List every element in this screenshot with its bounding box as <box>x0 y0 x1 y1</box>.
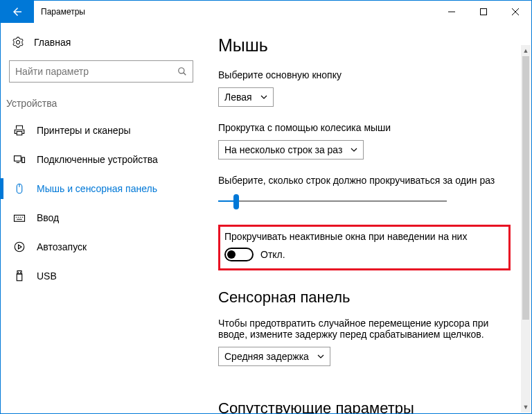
scroll-down-arrow[interactable]: ▼ <box>521 402 531 413</box>
mouse-icon <box>12 182 27 195</box>
select-value: Левая <box>224 92 252 103</box>
usb-icon <box>12 270 27 282</box>
search-icon <box>177 67 187 76</box>
home-label: Главная <box>34 37 71 48</box>
scroll-wheel-label: Прокрутка с помощью колесика мыши <box>218 122 511 133</box>
chevron-down-icon <box>260 94 267 101</box>
sidebar-item-typing[interactable]: Ввод <box>5 203 197 232</box>
autoplay-icon <box>12 241 27 253</box>
sidebar-item-label: Ввод <box>37 212 59 223</box>
chevron-down-icon <box>351 146 357 153</box>
scrollbar[interactable]: ▲ ▼ <box>521 45 531 413</box>
chevron-down-icon <box>317 353 324 360</box>
sidebar-item-label: Принтеры и сканеры <box>37 125 130 136</box>
toggle-knob <box>227 250 236 259</box>
minimize-button[interactable] <box>436 1 468 23</box>
svg-rect-5 <box>15 215 25 221</box>
back-button[interactable] <box>1 1 34 23</box>
gear-icon <box>12 37 24 48</box>
home-link[interactable]: Главная <box>5 30 197 55</box>
scroll-thumb[interactable] <box>522 56 529 320</box>
touchpad-delay-select[interactable]: Средняя задержка <box>218 347 330 366</box>
lines-slider[interactable] <box>218 193 447 209</box>
window-controls <box>436 1 531 23</box>
printer-icon <box>12 124 27 137</box>
svg-rect-8 <box>17 274 22 281</box>
svg-rect-0 <box>481 9 487 15</box>
touchpad-heading: Сенсорная панель <box>218 288 511 307</box>
svg-point-1 <box>179 68 184 74</box>
primary-button-select[interactable]: Левая <box>218 87 274 107</box>
sidebar-item-usb[interactable]: USB <box>5 261 197 291</box>
scroll-wheel-select[interactable]: На несколько строк за раз <box>218 140 364 159</box>
sidebar: Главная Устройства Принтеры и сканеры По… <box>1 23 202 413</box>
sidebar-item-label: Подключенные устройства <box>37 154 158 165</box>
sidebar-item-mouse[interactable]: Мышь и сенсорная панель <box>5 174 197 203</box>
sidebar-item-label: USB <box>37 270 57 282</box>
related-heading: Сопутствующие параметры <box>218 399 511 413</box>
sidebar-item-label: Мышь и сенсорная панель <box>37 183 157 194</box>
svg-rect-7 <box>17 271 21 275</box>
primary-button-label: Выберите основную кнопку <box>218 69 511 80</box>
select-value: На несколько строк за раз <box>224 144 342 155</box>
sidebar-group-header: Устройства <box>5 94 197 116</box>
content: Главная Устройства Принтеры и сканеры По… <box>1 23 531 413</box>
touchpad-description: Чтобы предотвратить случайное перемещени… <box>218 318 509 340</box>
page-heading: Мышь <box>218 35 511 55</box>
search-field[interactable] <box>15 66 177 77</box>
highlight-annotation: Прокручивать неактивные окна при наведен… <box>218 225 511 270</box>
inactive-scroll-toggle[interactable] <box>224 248 254 261</box>
svg-rect-2 <box>15 156 21 162</box>
svg-rect-3 <box>22 157 25 163</box>
search-input[interactable] <box>9 60 193 83</box>
inactive-scroll-label: Прокручивать неактивные окна при наведен… <box>224 231 502 242</box>
scroll-up-arrow[interactable]: ▲ <box>521 45 531 56</box>
arrow-left-icon <box>11 6 24 18</box>
maximize-button[interactable] <box>468 1 499 23</box>
window-title: Параметры <box>34 1 436 23</box>
slider-thumb[interactable] <box>233 194 239 209</box>
sidebar-item-connected[interactable]: Подключенные устройства <box>5 145 197 174</box>
devices-icon <box>12 153 27 166</box>
sidebar-item-label: Автозапуск <box>37 241 87 252</box>
sidebar-item-printers[interactable]: Принтеры и сканеры <box>5 116 197 145</box>
slider-track <box>218 200 447 202</box>
main-panel: Мышь Выберите основную кнопку Левая Прок… <box>202 23 531 413</box>
toggle-state-label: Откл. <box>260 249 285 260</box>
keyboard-icon <box>12 212 27 224</box>
sidebar-item-autoplay[interactable]: Автозапуск <box>5 232 197 261</box>
lines-label: Выберите, сколько строк должно прокручив… <box>218 175 511 186</box>
close-button[interactable] <box>499 1 531 23</box>
titlebar: Параметры <box>1 1 531 23</box>
select-value: Средняя задержка <box>224 351 309 362</box>
svg-point-6 <box>15 242 24 252</box>
